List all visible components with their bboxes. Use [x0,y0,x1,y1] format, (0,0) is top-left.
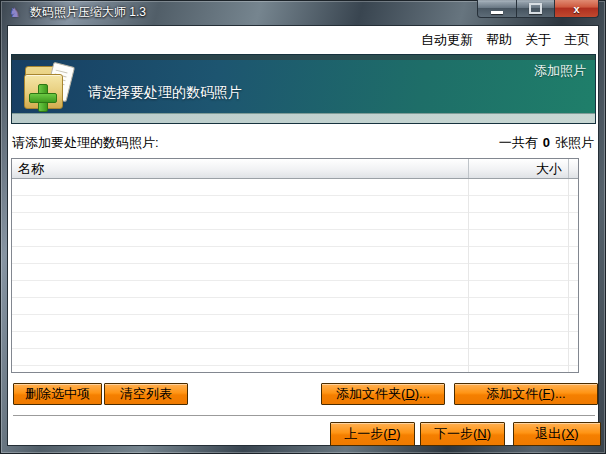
menu-item-home[interactable]: 主页 [564,31,590,49]
next-step-button[interactable]: 下一步(N) [420,422,505,446]
minimize-icon [491,11,503,14]
banner-top-edge [12,55,595,60]
header-banner: 请选择要处理的数码照片 添加照片 [11,54,596,124]
client-area: 自动更新 帮助 关于 主页 请选择要处理的数码照片 添加照片 请添加要处理的数码… [7,25,599,446]
column-header-spare [569,159,578,178]
menu-item-help[interactable]: 帮助 [486,31,512,49]
photo-count-value: 0 [543,135,550,150]
previous-step-button[interactable]: 上一步(P) [330,422,415,446]
title-bar[interactable]: ♞ 数码照片压缩大师 1.3 x [0,0,606,25]
maximize-button[interactable] [517,0,555,18]
close-button[interactable]: x [555,0,599,18]
window-title: 数码照片压缩大师 1.3 [30,0,146,24]
close-icon: x [573,3,579,15]
window-controls: x [477,0,599,19]
menu-bar: 自动更新 帮助 关于 主页 [421,31,590,49]
minimize-button[interactable] [477,0,517,18]
banner-message: 请选择要处理的数码照片 [88,84,242,102]
add-files-button[interactable]: 添加文件(F)... [454,383,598,405]
photo-count-label: 一共有 0 张照片 [499,134,594,152]
photo-list-table[interactable]: 名称 大小 [11,158,579,373]
column-header-name[interactable]: 名称 [12,159,469,178]
banner-bottom-strip [12,113,595,123]
menu-item-auto-update[interactable]: 自动更新 [421,31,473,49]
maximize-icon [529,3,542,14]
menu-item-about[interactable]: 关于 [525,31,551,49]
list-label-row: 请添加要处理的数码照片: 一共有 0 张照片 [12,134,596,152]
bottom-separator [13,415,595,416]
exit-button[interactable]: 退出(X) [513,422,601,446]
app-icon: ♞ [9,5,25,21]
list-instruction-label: 请添加要处理的数码照片: [12,134,159,152]
clear-list-button[interactable]: 清空列表 [104,383,188,405]
table-body[interactable] [12,179,578,372]
delete-selected-button[interactable]: 删除选中项 [13,383,102,405]
app-window: ♞ 数码照片压缩大师 1.3 x 自动更新 帮助 关于 主页 请选择要处理的数码… [0,0,606,454]
add-photos-folder-icon[interactable] [21,62,77,112]
column-header-size[interactable]: 大小 [469,159,569,178]
plus-icon [29,84,55,110]
add-folder-button[interactable]: 添加文件夹(D)... [321,383,445,405]
add-photos-link[interactable]: 添加照片 [534,62,586,80]
table-header: 名称 大小 [12,159,578,179]
